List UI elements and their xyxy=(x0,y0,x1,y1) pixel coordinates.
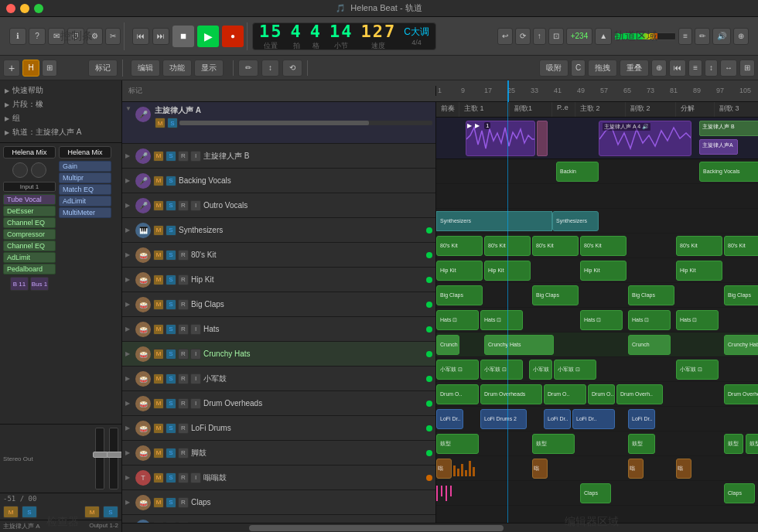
i-btn-13[interactable]: I xyxy=(190,472,201,483)
master-s-btn[interactable]: S xyxy=(167,118,178,128)
track-expand-master[interactable]: ▼ xyxy=(125,105,133,113)
expand-5[interactable]: ▶ xyxy=(125,276,133,284)
plugin-multimeter[interactable]: MultiMeter xyxy=(59,207,111,218)
c-btn[interactable]: C xyxy=(571,60,586,77)
s-button2[interactable]: S xyxy=(103,506,118,518)
other-btns[interactable]: ⊕ xyxy=(651,60,667,77)
clip-lf4[interactable]: LoFi Dr.. xyxy=(572,409,615,429)
clip-bz4[interactable]: 嗡 xyxy=(676,459,691,479)
m-btn-4[interactable]: M xyxy=(153,250,164,261)
expand-8[interactable]: ▶ xyxy=(125,350,133,358)
nav-btn3[interactable]: ↕ xyxy=(705,60,718,77)
speaker-btn[interactable]: 🔊 xyxy=(712,28,731,45)
i-btn-10[interactable]: I xyxy=(190,398,201,409)
play-btn[interactable]: ▶ xyxy=(197,26,219,47)
plugin-channel-eq1[interactable]: Channel EQ xyxy=(3,217,56,228)
clip-k2[interactable]: 鼓型 xyxy=(532,434,575,454)
stop-btn[interactable]: ■ xyxy=(172,26,194,47)
expand-14[interactable]: ▶ xyxy=(125,499,133,506)
r-btn-4[interactable]: R xyxy=(178,250,189,261)
nav-btn2[interactable]: ≡ xyxy=(688,60,702,77)
track-row-7[interactable]: ▶ 🥁 M S R I Hats xyxy=(122,317,435,342)
track-row-10[interactable]: ▶ 🥁 M S R I Drum Overheads xyxy=(122,391,435,416)
clip-h4[interactable]: Hats ⊡ xyxy=(628,310,671,330)
track-row-12[interactable]: ▶ 🥁 M S R 脚鼓 xyxy=(122,441,435,466)
track-row-0[interactable]: ▶ 🎤 M S R I 主旋律人声 B xyxy=(122,144,435,169)
quick-help-item[interactable]: ▶ 快速帮助 xyxy=(0,84,121,97)
r-btn-9[interactable]: R xyxy=(178,373,189,384)
clip-lf1[interactable]: LoFi Dr.. xyxy=(436,409,463,429)
send-knob2[interactable] xyxy=(31,162,46,178)
level-btn[interactable]: ▲ xyxy=(595,28,612,45)
m-btn-8[interactable]: M xyxy=(153,349,164,360)
s-btn-12[interactable]: S xyxy=(166,448,176,459)
add-track-btn[interactable]: + xyxy=(3,60,20,77)
clip-h3[interactable]: Hats ⊡ xyxy=(580,310,623,330)
r-btn-6[interactable]: R xyxy=(178,299,189,310)
clip-h5[interactable]: Hats ⊡ xyxy=(676,310,719,330)
m-btn-2[interactable]: M xyxy=(153,200,164,211)
clip-bc2[interactable]: Big Claps xyxy=(532,285,579,305)
track-row-5[interactable]: ▶ 🥁 M S R Hip Kit xyxy=(122,268,435,292)
track-row-1[interactable]: ▶ 🎤 M S Backing Vocals xyxy=(122,169,435,193)
waveform-clip-2[interactable] xyxy=(537,121,548,156)
clip-bz2[interactable]: 嗡 xyxy=(532,459,548,479)
clip-hk2[interactable]: Hip Kit xyxy=(484,261,531,281)
clip-synth2[interactable]: Synthesizers xyxy=(552,211,599,231)
m-button[interactable]: M xyxy=(3,506,19,518)
track-row-11[interactable]: ▶ 🥁 M S R LoFi Drums xyxy=(122,416,435,441)
waveform-clip-3[interactable]: 主旋律人声 A 4 🔊 xyxy=(599,121,691,156)
m-btn-10[interactable]: M xyxy=(153,398,164,409)
clip-lf3[interactable]: LoFi Dr.. xyxy=(544,409,571,429)
msg-btn[interactable]: ✉ xyxy=(48,28,65,45)
clip-k5[interactable]: 鼓型 xyxy=(746,434,758,454)
m-btn-5[interactable]: M xyxy=(153,275,164,285)
track-row-2[interactable]: ▶ 🎤 M S R I Outro Vocals xyxy=(122,193,435,218)
track-row-13[interactable]: ▶ T M S R I 嗡嗡鼓 xyxy=(122,466,435,490)
clip-sn5[interactable]: 小军鼓 ⊡ xyxy=(676,360,719,380)
record-btn[interactable]: ● xyxy=(222,26,244,47)
track-row-3[interactable]: ▶ 🎹 M S Synthesizers xyxy=(122,218,435,243)
rewind-btn[interactable]: ⏮ xyxy=(132,28,149,45)
fader-handle-left[interactable] xyxy=(93,452,108,458)
track-item[interactable]: ▶ 轨道：主旋律人声 A xyxy=(0,125,121,139)
plugin-deeser[interactable]: DeEsser xyxy=(3,206,56,217)
clip-80k5[interactable]: 80's Kit xyxy=(676,236,722,256)
forward-btn[interactable]: ⏭ xyxy=(152,28,169,45)
clip-80k2[interactable]: 80's Kit xyxy=(484,236,531,256)
scissors-btn[interactable]: ✂ xyxy=(105,28,121,45)
plugin-adlimit2[interactable]: AdLimit xyxy=(59,196,111,206)
plugin-pedalboard[interactable]: Pedalboard xyxy=(3,264,56,275)
i-btn-2[interactable]: I xyxy=(190,200,201,211)
clip-sn4[interactable]: 小军鼓 ⊡ xyxy=(554,360,596,380)
traffic-light-yellow[interactable] xyxy=(20,4,29,13)
expand-4[interactable]: ▶ xyxy=(125,251,133,259)
r-btn-12[interactable]: R xyxy=(178,448,189,459)
expand-10[interactable]: ▶ xyxy=(125,400,133,408)
plugin-multipr[interactable]: Multipr xyxy=(59,172,111,183)
metronome-btn[interactable]: ⏱ xyxy=(67,28,84,45)
track-row-15[interactable]: ▶ ✦ M S R Sound FX xyxy=(122,515,435,523)
clip-bc3[interactable]: Big Claps xyxy=(628,285,674,305)
nav-btn5[interactable]: ⊞ xyxy=(739,60,755,77)
s-btn-5[interactable]: S xyxy=(166,275,176,285)
clip-do4[interactable]: Drum O.. xyxy=(588,384,615,404)
tuner-btn[interactable]: +234 xyxy=(566,28,593,45)
fader-track-right[interactable] xyxy=(109,428,118,489)
expand-1[interactable]: ▶ xyxy=(125,177,133,185)
clip-h2[interactable]: Hats ⊡ xyxy=(480,310,523,330)
track-row-4[interactable]: ▶ 🥁 M S R 80's Kit xyxy=(122,243,435,268)
clip-sn3[interactable]: 小军鼓 xyxy=(529,360,552,380)
m-btn-6[interactable]: M xyxy=(153,299,164,310)
display-menu-btn[interactable]: 显示 xyxy=(194,60,224,77)
r-btn-7[interactable]: R xyxy=(178,324,189,335)
pointer-btn[interactable]: ↕ xyxy=(261,60,279,77)
track-type-btn[interactable]: H xyxy=(22,60,39,77)
expand-13[interactable]: ▶ xyxy=(125,474,133,482)
r-btn-2[interactable]: R xyxy=(178,200,189,211)
sync-btn[interactable]: ⟳ xyxy=(515,28,531,45)
help-btn[interactable]: ? xyxy=(29,28,46,45)
clip-bv2[interactable]: Backing Vocals xyxy=(699,162,758,182)
send-knob1[interactable] xyxy=(12,162,28,178)
traffic-light-red[interactable] xyxy=(6,4,15,13)
